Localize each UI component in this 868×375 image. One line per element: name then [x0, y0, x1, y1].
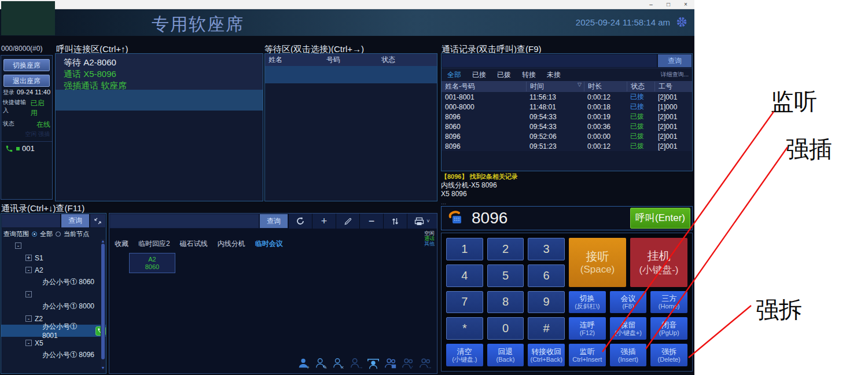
dialed-number[interactable]: 8096	[472, 209, 507, 227]
tree-scrollbar[interactable]: ▲ ▼	[101, 239, 105, 370]
person-delete-icon[interactable]: ×	[332, 357, 345, 370]
key-1[interactable]: 1	[446, 238, 483, 260]
exit-agent-button[interactable]: 退出座席	[3, 75, 50, 87]
switch-agent-button[interactable]: 切换座席	[3, 59, 50, 71]
call-log-row[interactable]: 000-800011:48:010:00:18已接[1]000	[442, 102, 692, 112]
call-log-row[interactable]: 809609:54:330:00:19已拨[2]001	[442, 112, 692, 122]
clear-button[interactable]: 清空(小键盘.)	[446, 344, 483, 366]
person-edit-icon[interactable]: ✎	[314, 357, 328, 370]
col-agent[interactable]: 工号	[654, 82, 692, 91]
remove-icon[interactable]: −	[359, 214, 383, 229]
person-add-icon[interactable]: +	[297, 357, 311, 370]
maximize-button[interactable]: □	[660, 0, 677, 9]
sort-indicator-icon[interactable]: ▽	[578, 82, 582, 91]
key-7[interactable]: 7	[446, 291, 483, 314]
add-icon[interactable]: +	[312, 214, 336, 229]
call-log-row[interactable]: 809609:52:060:00:00已拨[2]001	[442, 131, 692, 141]
lookup-result-line[interactable]: 内线分机-X5 8096	[441, 181, 693, 190]
tab-temp-response[interactable]: 临时回应2	[138, 239, 170, 249]
print-caret-icon[interactable]: ˅	[426, 218, 429, 224]
key-3[interactable]: 3	[528, 238, 565, 260]
group-forward-icon[interactable]: →	[418, 357, 432, 370]
tree-leaf[interactable]: 办公小号① 8096	[1, 349, 106, 361]
key-0[interactable]: 0	[487, 317, 524, 340]
directory-search-input[interactable]	[2, 214, 60, 227]
radio-all[interactable]	[32, 231, 37, 237]
col-name-number[interactable]: 姓名-号码	[442, 82, 526, 91]
filter-answered[interactable]: 已接	[472, 70, 486, 80]
tree-leaf[interactable]: 办公小号① 8000	[1, 300, 106, 312]
call-log-search-input[interactable]	[442, 54, 657, 67]
call-log-row[interactable]: 806009:54:330:00:36已拨[2]001	[442, 122, 692, 131]
detail-query-link[interactable]: 详细查询...	[661, 71, 689, 79]
wait-selected-row[interactable]	[265, 66, 437, 83]
refresh-icon[interactable]	[288, 214, 312, 229]
call-log-query-button[interactable]: 查询	[658, 54, 692, 67]
scroll-up-icon[interactable]: ▲	[101, 239, 105, 243]
three-way-button[interactable]: 三方(Home)	[650, 291, 687, 314]
contacts-search-input[interactable]	[110, 214, 259, 228]
backspace-button[interactable]: 回退(Back)	[487, 344, 524, 366]
key-9[interactable]: 9	[528, 291, 565, 314]
close-button[interactable]: ×	[677, 0, 694, 9]
tree-toggle[interactable]: -	[25, 340, 32, 346]
tree-toggle[interactable]: -	[15, 242, 21, 249]
filter-missed[interactable]: 未接	[547, 70, 561, 80]
tree-toggle[interactable]: -	[25, 267, 32, 273]
filter-dialed[interactable]: 已拨	[497, 70, 511, 80]
key-5[interactable]: 5	[487, 264, 524, 287]
redial-button[interactable]: 连呼(F12)	[569, 317, 606, 340]
tree-leaf[interactable]: 办公小号① 8060	[1, 276, 106, 288]
settings-gear-icon[interactable]	[676, 16, 687, 28]
call-line-talking[interactable]: 通话 X5-8096	[64, 68, 263, 80]
tree-node[interactable]: -	[1, 288, 106, 300]
tree-toggle[interactable]: +	[25, 255, 32, 261]
key-2[interactable]: 2	[487, 238, 524, 260]
directory-query-button[interactable]: 查询	[61, 214, 89, 227]
collapse-tree-icon[interactable]	[90, 214, 105, 227]
group-sync-icon[interactable]: ✓	[401, 357, 415, 370]
monitor-button[interactable]: 监听Ctrl+Insert	[569, 344, 606, 366]
mute-button[interactable]: 闭音(PgUp)	[650, 317, 687, 340]
filter-transferred[interactable]: 转接	[522, 70, 536, 80]
filter-all[interactable]: 全部	[447, 70, 461, 80]
transfer-toggle-button[interactable]: 切换(反斜杠\)	[569, 291, 606, 314]
hold-button[interactable]: 保留(小键盘+)	[610, 317, 647, 340]
scrollbar-thumb[interactable]	[101, 244, 105, 359]
call-button[interactable]: 呼叫(Enter)	[630, 208, 690, 229]
lookup-result-line[interactable]: X5 8096	[441, 190, 693, 198]
key-6[interactable]: 6	[528, 264, 565, 287]
tab-favorites[interactable]: 收藏	[115, 239, 128, 249]
conference-button[interactable]: 会议(F8)	[610, 291, 647, 314]
tree-toggle[interactable]: -	[25, 315, 32, 322]
edit-pencil-icon[interactable]	[336, 214, 359, 229]
tree-node-root[interactable]: -	[1, 240, 106, 252]
scope-node-label[interactable]: 当前节点	[64, 230, 89, 238]
scroll-down-icon[interactable]: ▼	[101, 366, 105, 370]
tab-magneto-test[interactable]: 磁石试线	[180, 239, 208, 249]
force-release-button[interactable]: 强拆(Delete)	[650, 344, 687, 366]
col-time[interactable]: 时间	[530, 82, 544, 91]
sort-icon[interactable]	[383, 214, 407, 229]
answer-button[interactable]: 接听 (Space)	[569, 238, 626, 287]
radio-current-node[interactable]	[56, 231, 61, 237]
tab-internal-ext[interactable]: 内线分机	[218, 239, 245, 249]
person-monitor-icon[interactable]	[366, 357, 380, 370]
person-move-icon[interactable]: →	[349, 357, 363, 370]
tree-node[interactable]: +S1	[1, 252, 106, 264]
tab-temp-conference[interactable]: 临时会议	[255, 239, 283, 249]
hangup-button[interactable]: 挂机 (小键盘-)	[630, 238, 687, 287]
tree-leaf-selected[interactable]: 办公小号① 8001	[1, 325, 106, 337]
minimize-button[interactable]: –	[642, 0, 660, 9]
key-4[interactable]: 4	[446, 264, 483, 287]
call-log-row[interactable]: 001-800111:56:130:00:12已接[2]001	[442, 92, 692, 102]
group-lock-icon[interactable]	[384, 357, 398, 370]
contacts-query-button[interactable]: 查询	[260, 214, 288, 228]
key-hash[interactable]: #	[528, 317, 565, 340]
col-status[interactable]: 状态	[627, 82, 654, 91]
tree-node[interactable]: -A2	[1, 264, 106, 276]
call-area-selected-row[interactable]	[56, 90, 263, 111]
barge-in-button[interactable]: 强插(Insert)	[610, 344, 647, 366]
call-log-row[interactable]: 809609:51:230:00:12已拨[2]001	[442, 141, 692, 151]
key-8[interactable]: 8	[487, 291, 524, 314]
